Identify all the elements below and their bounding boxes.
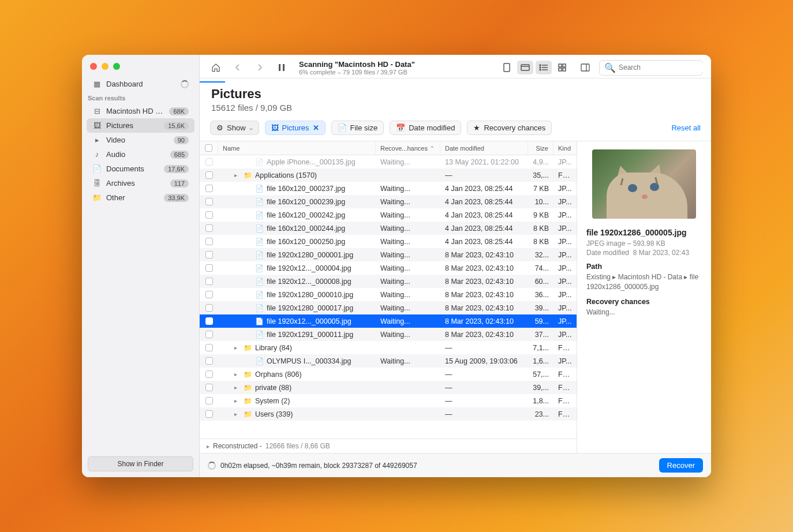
table-row[interactable]: ▸📁Orphans (806) — 57,... Fol... bbox=[200, 368, 577, 381]
sidebar-item-documents[interactable]: 📄 Documents 17,6K bbox=[87, 162, 194, 176]
row-checkbox[interactable] bbox=[205, 291, 213, 298]
view-grid-button[interactable] bbox=[554, 61, 570, 74]
file-icon: 📄 bbox=[255, 158, 264, 167]
filter-recovery[interactable]: ★ Recovery chances bbox=[467, 121, 552, 135]
table-row[interactable]: ▸📁private (88) — 39,... Fol... bbox=[200, 381, 577, 394]
window-minimize[interactable] bbox=[102, 63, 109, 70]
expand-caret-icon[interactable]: ▸ bbox=[234, 371, 240, 377]
table-row[interactable]: 📄file 160x120_000244.jpg Waiting... 4 Ja… bbox=[200, 222, 577, 235]
row-checkbox[interactable] bbox=[205, 251, 213, 258]
row-checkbox[interactable] bbox=[205, 384, 213, 391]
reset-all-link[interactable]: Reset all bbox=[671, 123, 701, 132]
close-icon[interactable]: ✕ bbox=[313, 123, 319, 132]
cell-kind: JP... bbox=[553, 185, 577, 193]
svg-point-9 bbox=[540, 69, 541, 70]
filter-show[interactable]: ⚙ Show ⌵ bbox=[210, 121, 259, 135]
expand-caret-icon[interactable]: ▸ bbox=[234, 398, 240, 404]
sidebar-dashboard[interactable]: ▦ Dashboard bbox=[87, 77, 194, 91]
table-row[interactable]: ▸📁Applications (1570) — 35,... Fol... bbox=[200, 168, 577, 182]
sidebar-item-audio[interactable]: ♪ Audio 685 bbox=[87, 147, 194, 162]
table-row[interactable]: ▸📁Library (84) — 7,1... Fol... bbox=[200, 341, 577, 354]
column-recovery[interactable]: Recove...hances⌃ bbox=[376, 141, 440, 155]
table-row[interactable]: ▸📁System (2) — 1,8... Fol... bbox=[200, 394, 577, 407]
view-column-button[interactable] bbox=[517, 61, 533, 74]
back-button[interactable] bbox=[230, 61, 246, 74]
home-button[interactable] bbox=[208, 61, 224, 74]
view-icon-button[interactable] bbox=[499, 61, 515, 74]
file-name: file 160x120_000244.jpg bbox=[267, 224, 345, 233]
filesize-icon: 📄 bbox=[338, 123, 347, 132]
panel-toggle-button[interactable] bbox=[577, 61, 593, 74]
expand-caret-icon[interactable]: ▸ bbox=[234, 411, 240, 417]
expand-caret-icon[interactable]: ▸ bbox=[234, 384, 240, 391]
window-maximize[interactable] bbox=[113, 63, 120, 70]
table-row[interactable]: 📄file 1920x1280_000010.jpg Waiting... 8 … bbox=[200, 288, 577, 301]
view-list-button[interactable] bbox=[536, 61, 552, 74]
row-checkbox[interactable] bbox=[205, 185, 213, 192]
table-row[interactable]: 📄file 1920x1280_000001.jpg Waiting... 8 … bbox=[200, 248, 577, 261]
row-checkbox[interactable] bbox=[205, 171, 213, 179]
chevron-down-icon: ⌵ bbox=[249, 125, 253, 131]
row-checkbox[interactable] bbox=[205, 264, 213, 272]
row-checkbox[interactable] bbox=[205, 278, 213, 285]
row-checkbox[interactable] bbox=[205, 397, 213, 404]
row-checkbox[interactable] bbox=[205, 344, 213, 351]
sidebar-item-video[interactable]: ▸ Video 90 bbox=[87, 133, 194, 147]
filter-date-modified[interactable]: 📅 Date modified bbox=[390, 121, 461, 135]
column-checkbox[interactable] bbox=[200, 141, 218, 155]
recover-button[interactable]: Recover bbox=[659, 458, 703, 473]
sidebar-item-macintosh-hd-da-[interactable]: ⊟ Macintosh HD - Da... 68K bbox=[87, 104, 194, 118]
row-checkbox[interactable] bbox=[205, 410, 213, 418]
table-row[interactable]: 📄Apple iPhone..._000135.jpg Waiting... 1… bbox=[200, 155, 577, 168]
sidebar-item-badge: 33,9K bbox=[164, 194, 189, 202]
table-row[interactable]: 📄file 160x120_000250.jpg Waiting... 4 Ja… bbox=[200, 235, 577, 248]
table-row[interactable]: 📄file 160x120_000242.jpg Waiting... 4 Ja… bbox=[200, 208, 577, 222]
table-row[interactable]: ▸📁Users (339) — 23... Fol... bbox=[200, 407, 577, 421]
file-name: System (2) bbox=[255, 397, 290, 405]
window-close[interactable] bbox=[90, 63, 97, 70]
expand-caret-icon[interactable]: ▸ bbox=[234, 172, 240, 178]
cell-date: 8 Mar 2023, 02:43:10 bbox=[440, 278, 528, 286]
row-checkbox[interactable] bbox=[205, 304, 213, 312]
forward-button[interactable] bbox=[252, 61, 268, 74]
table-row[interactable]: 📄file 1920x12..._000008.jpg Waiting... 8… bbox=[200, 275, 577, 288]
sidebar-item-pictures[interactable]: 🖼 Pictures 15,6K bbox=[87, 118, 194, 133]
column-size[interactable]: Size bbox=[528, 141, 553, 155]
table-row[interactable]: 📄file 1920x12..._000005.jpg Waiting... 8… bbox=[200, 314, 577, 328]
file-icon: 📄 bbox=[255, 317, 264, 326]
file-icon: 📄 bbox=[255, 197, 264, 207]
file-name: OLYMPUS I..._000334.jpg bbox=[267, 357, 351, 365]
filter-pictures[interactable]: 🖼 Pictures ✕ bbox=[265, 121, 326, 135]
table-row[interactable]: 📄file 1920x1280_000017.jpg Waiting... 8 … bbox=[200, 301, 577, 314]
table-row[interactable]: 📄OLYMPUS I..._000334.jpg Waiting... 15 A… bbox=[200, 354, 577, 368]
row-checkbox[interactable] bbox=[205, 357, 213, 365]
show-in-finder-button[interactable]: Show in Finder bbox=[88, 456, 193, 471]
row-checkbox[interactable] bbox=[205, 198, 213, 205]
table-row[interactable]: 📄file 160x120_000237.jpg Waiting... 4 Ja… bbox=[200, 182, 577, 195]
column-date[interactable]: Date modified bbox=[440, 141, 528, 155]
row-checkbox[interactable] bbox=[205, 211, 213, 219]
table-row[interactable]: 📄file 1920x1291_000011.jpg Waiting... 8 … bbox=[200, 328, 577, 341]
expand-caret-icon[interactable]: ▸ bbox=[234, 344, 240, 351]
pause-button[interactable] bbox=[274, 61, 290, 74]
column-kind[interactable]: Kind bbox=[553, 141, 577, 155]
row-checkbox[interactable] bbox=[205, 158, 213, 166]
row-checkbox[interactable] bbox=[205, 238, 213, 245]
cell-size: 59... bbox=[528, 317, 553, 325]
file-icon: 📄 bbox=[255, 237, 264, 246]
filter-file-size[interactable]: 📄 File size bbox=[331, 121, 384, 135]
search-field[interactable]: 🔍 bbox=[599, 60, 703, 76]
table-row[interactable]: 📄file 1920x12..._000004.jpg Waiting... 8… bbox=[200, 261, 577, 275]
column-name[interactable]: Name bbox=[218, 141, 376, 155]
svg-rect-2 bbox=[504, 63, 510, 72]
table-row[interactable]: 📄file 160x120_000239.jpg Waiting... 4 Ja… bbox=[200, 195, 577, 208]
row-checkbox[interactable] bbox=[205, 224, 213, 232]
sidebar-item-archives[interactable]: 🗄 Archives 117 bbox=[87, 176, 194, 190]
sidebar-item-other[interactable]: 📁 Other 33,9K bbox=[87, 190, 194, 205]
search-input[interactable] bbox=[619, 63, 705, 72]
row-checkbox[interactable] bbox=[205, 370, 213, 378]
row-checkbox[interactable] bbox=[205, 331, 213, 338]
cell-kind: JP... bbox=[553, 251, 577, 259]
expand-caret-icon[interactable]: ▸ bbox=[207, 443, 210, 449]
row-checkbox[interactable] bbox=[205, 317, 213, 325]
